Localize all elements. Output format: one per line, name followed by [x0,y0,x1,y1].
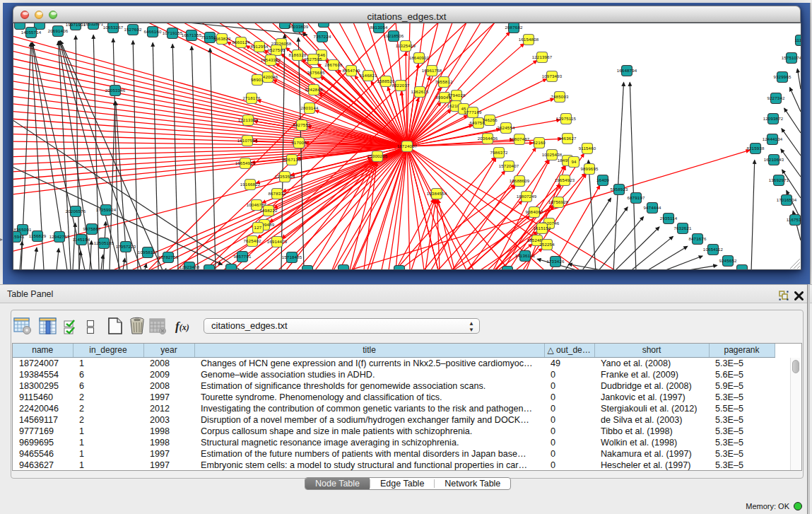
svg-text:14055714: 14055714 [21,30,42,35]
svg-text:9329965: 9329965 [773,74,792,79]
svg-text:10719155: 10719155 [163,30,183,35]
svg-text:12923468: 12923468 [180,264,200,269]
svg-text:18724007: 18724007 [397,144,418,148]
svg-text:1156829: 1156829 [29,233,47,238]
svg-text:25300205: 25300205 [367,153,388,158]
svg-text:7955812: 7955812 [435,79,453,84]
svg-text:10807487: 10807487 [510,136,530,141]
svg-text:19166822: 19166822 [240,182,261,187]
svg-text:1362615: 1362615 [411,89,429,94]
svg-text:20206576: 20206576 [66,209,86,214]
svg-text:94: 94 [571,159,577,164]
svg-text:16107554: 16107554 [237,138,258,143]
svg-text:16961758: 16961758 [422,68,442,73]
svg-text:98901: 98901 [251,77,264,82]
svg-text:16210643: 16210643 [764,157,784,162]
svg-text:2935114: 2935114 [660,216,678,221]
svg-text:1615152: 1615152 [533,226,551,230]
svg-text:12444134: 12444134 [763,136,783,141]
svg-text:1498222: 1498222 [259,208,278,213]
svg-text:1733426: 1733426 [546,259,565,264]
svg-text:6794028: 6794028 [447,93,466,98]
svg-text:11172: 11172 [794,37,801,42]
svg-text:9857791: 9857791 [233,254,252,259]
svg-text:18807249: 18807249 [517,194,537,199]
svg-text:12975115: 12975115 [556,116,577,121]
svg-text:8678332: 8678332 [268,191,286,196]
svg-text:16543362: 16543362 [261,57,281,62]
svg-text:3675685: 3675685 [307,70,325,75]
svg-text:8454749: 8454749 [342,68,360,73]
svg-text:19384554: 19384554 [427,191,447,196]
svg-text:9899695: 9899695 [580,166,599,171]
svg-text:1527602: 1527602 [124,27,142,32]
svg-text:20053346: 20053346 [105,88,126,93]
svg-text:9527505: 9527505 [304,57,322,62]
svg-text:2087682: 2087682 [505,25,523,30]
svg-text:8267130: 8267130 [283,157,301,162]
svg-text:17359924: 17359924 [96,207,117,212]
svg-text:12505185: 12505185 [94,240,114,245]
svg-text:15718485: 15718485 [282,255,302,259]
svg-text:7357224: 7357224 [313,34,331,39]
svg-text:2867608: 2867608 [324,62,343,67]
svg-text:10958117: 10958117 [138,250,158,255]
svg-text:1145194: 1145194 [73,237,90,242]
svg-text:7625402: 7625402 [243,238,261,243]
svg-text:12353594: 12353594 [275,174,295,179]
svg-text:9975867: 9975867 [83,226,101,231]
svg-text:16409: 16409 [596,177,609,182]
svg-text:10653267: 10653267 [103,25,124,30]
svg-text:10973493: 10973493 [542,74,563,78]
svg-text:6466160: 6466160 [143,29,162,34]
svg-text:16914479: 16914479 [267,239,288,244]
svg-text:7632621: 7632621 [673,226,692,230]
svg-text:9146821: 9146821 [359,73,377,78]
svg-text:16033809: 16033809 [288,24,309,29]
svg-text:18640910: 18640910 [409,55,430,60]
svg-text:12213967: 12213967 [532,54,553,59]
svg-text:8215938: 8215938 [746,146,765,151]
svg-text:12213389: 12213389 [238,117,259,122]
svg-text:20691406: 20691406 [48,28,69,33]
svg-text:9527500: 9527500 [267,47,286,52]
svg-text:9084067: 9084067 [525,209,543,214]
svg-text:9474444: 9474444 [643,205,661,210]
svg-text:8912954: 8912954 [250,44,269,49]
svg-text:746266: 746266 [482,117,498,122]
svg-text:16154808: 16154808 [519,37,539,42]
svg-text:8660124: 8660124 [232,40,250,45]
svg-text:16648794: 16648794 [617,68,637,73]
svg-text:9227342: 9227342 [767,95,785,100]
svg-text:6879197: 6879197 [627,195,645,200]
svg-text:1167533: 1167533 [787,217,801,222]
svg-text:10025438: 10025438 [542,152,563,157]
svg-text:10654112: 10654112 [703,247,724,252]
svg-text:15720407: 15720407 [499,163,519,168]
svg-text:9245652: 9245652 [719,258,737,263]
svg-text:8813054: 8813054 [370,25,388,30]
svg-text:10756928: 10756928 [548,199,569,204]
svg-text:16671355: 16671355 [182,33,202,37]
svg-text:19654923: 19654923 [555,177,575,182]
svg-text:3915941: 3915941 [13,234,25,239]
svg-text:9463627: 9463627 [558,136,577,141]
svg-text:2718176: 2718176 [242,95,261,100]
svg-text:16782759: 16782759 [158,255,179,259]
svg-text:8471676: 8471676 [688,236,707,241]
svg-text:10688609: 10688609 [510,178,530,183]
svg-text:19654915: 19654915 [235,160,256,165]
svg-text:7986372: 7986372 [490,150,508,155]
svg-text:12942757: 12942757 [49,234,70,239]
svg-text:62160: 62160 [533,140,546,145]
svg-text:13692971: 13692971 [769,177,789,182]
svg-text:8322037: 8322037 [392,83,410,88]
svg-text:14136141: 14136141 [515,253,536,258]
svg-text:9777169: 9777169 [464,110,482,115]
svg-text:15751074: 15751074 [782,55,801,60]
svg-text:12093872: 12093872 [763,116,784,121]
svg-text:19218506: 19218506 [384,33,404,38]
svg-text:917004: 917004 [291,140,307,145]
svg-text:3624554: 3624554 [497,125,515,130]
svg-text:7663822: 7663822 [213,36,231,41]
